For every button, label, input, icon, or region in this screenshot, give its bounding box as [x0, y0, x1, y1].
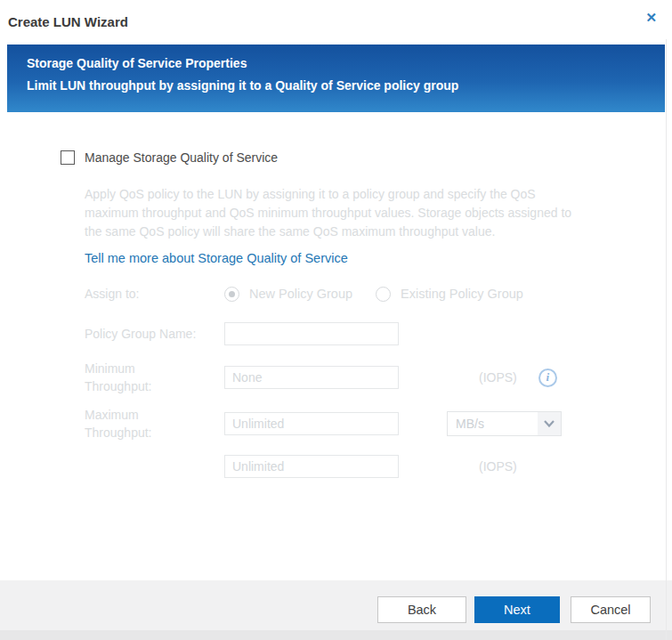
maximum-throughput-input: [224, 412, 399, 435]
minimum-throughput-unit: (IOPS): [479, 370, 517, 385]
wizard-footer: Back Next Cancel: [0, 580, 672, 640]
throughput-unit-selected: MB/s: [448, 417, 538, 431]
chevron-down-icon: [538, 412, 561, 435]
tell-me-more-link[interactable]: Tell me more about Storage Quality of Se…: [85, 251, 348, 265]
radio-existing-policy-group-label: Existing Policy Group: [401, 287, 523, 301]
dialog-titlebar: Create LUN Wizard ✕: [0, 0, 672, 45]
next-button[interactable]: Next: [474, 596, 560, 623]
minimum-throughput-label: Minimum Throughput:: [85, 360, 224, 395]
maximum-throughput-label: Maximum Throughput:: [85, 406, 224, 442]
maximum-throughput-iops-unit: (IOPS): [479, 459, 517, 474]
qos-description: Apply QoS policy to the LUN by assigning…: [85, 185, 636, 241]
qos-form: Assign to: New Policy Group Existing Pol…: [85, 285, 672, 478]
maximum-throughput-iops-row: (IOPS): [85, 455, 672, 478]
banner-title: Storage Quality of Service Properties: [27, 56, 647, 70]
manage-qos-row: Manage Storage Quality of Service: [61, 150, 672, 165]
manage-qos-label: Manage Storage Quality of Service: [85, 150, 278, 165]
close-icon[interactable]: ✕: [645, 10, 657, 26]
qos-description-line: maximum throughput and QoS minimum throu…: [85, 204, 636, 223]
manage-qos-checkbox[interactable]: [61, 150, 75, 165]
minimum-throughput-row: Minimum Throughput: (IOPS) i: [85, 360, 672, 395]
back-button[interactable]: Back: [377, 596, 466, 623]
footer-bottom-strip: [0, 630, 672, 640]
banner-subtitle: Limit LUN throughput by assigning it to …: [27, 78, 647, 93]
policy-group-name-input: [224, 322, 399, 345]
policy-group-name-label: Policy Group Name:: [85, 325, 224, 343]
link-row: Tell me more about Storage Quality of Se…: [85, 250, 672, 266]
footer-buttons: Back Next Cancel: [377, 596, 651, 623]
radio-existing-policy-group: [376, 287, 391, 302]
minimum-throughput-input: [224, 366, 399, 389]
assign-to-row: Assign to: New Policy Group Existing Pol…: [85, 285, 672, 303]
dialog-right-edge: [666, 39, 667, 640]
info-icon[interactable]: i: [538, 369, 557, 387]
policy-group-name-row: Policy Group Name:: [85, 322, 672, 345]
throughput-unit-select: MB/s: [447, 411, 562, 436]
radio-new-policy-group-label: New Policy Group: [249, 287, 352, 301]
maximum-throughput-iops-input: [224, 455, 399, 478]
cancel-button[interactable]: Cancel: [571, 596, 651, 623]
radio-new-policy-group: [224, 287, 239, 302]
assign-to-label: Assign to:: [85, 285, 224, 303]
wizard-step-banner: Storage Quality of Service Properties Li…: [7, 45, 665, 112]
qos-description-line: Apply QoS policy to the LUN by assigning…: [85, 185, 636, 204]
dialog-title: Create LUN Wizard: [8, 14, 128, 29]
maximum-throughput-row: Maximum Throughput: MB/s: [85, 406, 672, 442]
qos-description-line: the same QoS policy will share the same …: [85, 223, 636, 241]
